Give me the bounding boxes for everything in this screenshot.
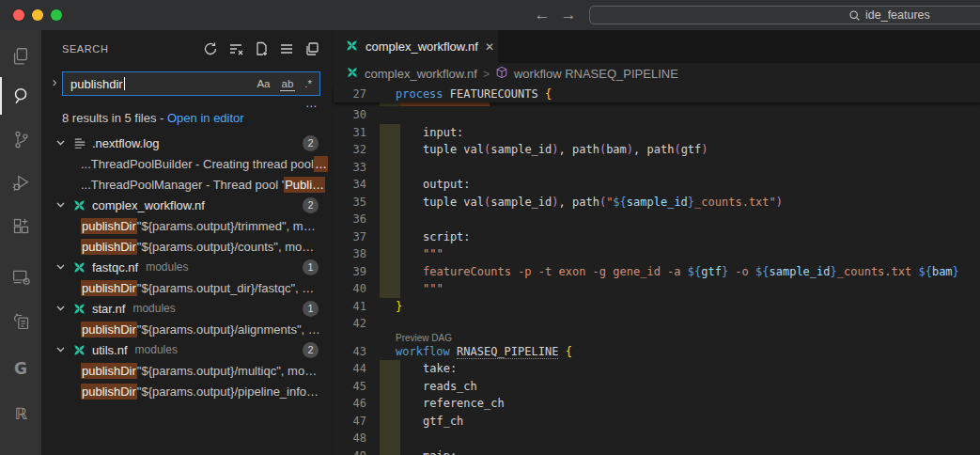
match-count-badge: 2	[303, 197, 319, 213]
activity-item-source-control[interactable]	[0, 120, 41, 158]
navigate-forward-button[interactable]: →	[557, 4, 580, 26]
file-row[interactable]: fastqc.nfmodules1	[41, 257, 334, 277]
match-highlight: …	[314, 156, 328, 172]
code-text: featureCounts -p -t exon -g gene_id -a $…	[423, 265, 959, 278]
scope-highlight-block	[380, 159, 400, 177]
results-summary-text: 8 results in 5 files -	[62, 111, 167, 125]
code-line: 40"""	[334, 280, 980, 298]
chevron-down-icon[interactable]	[54, 260, 67, 274]
scope-highlight-block	[380, 228, 400, 246]
chevron-down-icon[interactable]	[54, 343, 67, 356]
search-results-tree: .nextflow.log2...ThreadPoolBuilder - Cre…	[41, 133, 334, 401]
activity-item-extensions[interactable]	[0, 207, 41, 244]
new-search-editor-icon[interactable]	[253, 40, 270, 57]
code-token: {	[545, 87, 552, 101]
match-highlight: publishDir	[81, 218, 137, 234]
scope-highlight-block	[380, 280, 400, 298]
activity-item-r-language[interactable]: ℝ	[0, 395, 41, 432]
whole-word-toggle[interactable]: ab	[280, 77, 296, 91]
chevron-down-icon[interactable]	[54, 302, 67, 315]
close-tab-icon[interactable]: ✕	[485, 40, 494, 54]
breadcrumb-symbol[interactable]: workflow RNASEQ_PIPELINE	[514, 67, 678, 81]
code-text: """	[423, 247, 443, 260]
codelens-preview-dag[interactable]: Preview DAG	[396, 333, 980, 343]
code-token: """	[423, 247, 443, 260]
close-window-button[interactable]	[13, 9, 24, 21]
activity-item-search[interactable]	[0, 77, 41, 115]
file-row[interactable]: utils.nfmodules2	[41, 339, 334, 360]
match-row[interactable]: publishDir "${params.output_dir}/fastqc"…	[41, 277, 334, 298]
match-row[interactable]: publishDir "${params.output}/trimmed", m…	[41, 215, 334, 236]
line-number: 43	[334, 345, 376, 358]
code-token: gtf_ch	[423, 415, 463, 428]
nextflow-file-icon	[345, 39, 359, 55]
code-token: main:	[423, 449, 457, 455]
code-token: sample_id	[490, 143, 552, 156]
code-token: output:	[423, 178, 471, 191]
breadcrumb-file[interactable]: complex_workflow.nf	[365, 67, 477, 81]
code-text: workflow RNASEQ_PIPELINE {	[396, 345, 572, 358]
code-token: )	[701, 143, 708, 156]
command-center[interactable]: ide_features	[589, 6, 980, 24]
code-token: sample_id	[490, 196, 552, 209]
code-text: main:	[423, 449, 457, 455]
line-number: 41	[334, 300, 376, 313]
scope-highlight-block	[380, 245, 400, 263]
activity-item-run-debug[interactable]	[0, 164, 41, 201]
code-text: reads_ch	[423, 380, 477, 393]
code-text: }	[396, 300, 402, 313]
file-row[interactable]: .nextflow.log2	[41, 133, 334, 153]
match-row[interactable]: publishDir "${params.output}/alignments"…	[41, 319, 334, 339]
line-number: 48	[334, 431, 376, 445]
activity-item-remote-explorer[interactable]	[0, 258, 41, 295]
match-case-toggle[interactable]: Aa	[255, 77, 272, 90]
match-row[interactable]: ...ThreadPoolManager - Thread pool 'Publ…	[41, 174, 334, 195]
collapse-all-icon[interactable]	[303, 40, 320, 57]
code-line: 41}	[334, 298, 980, 316]
code-text: output:	[423, 178, 471, 191]
file-row[interactable]: star.nfmodules1	[41, 298, 334, 319]
panel-title: SEARCH	[62, 43, 108, 55]
breadcrumb: complex_workflow.nf > workflow RNASEQ_PI…	[334, 63, 980, 85]
minimize-window-button[interactable]	[32, 9, 43, 21]
code-line: 34output:	[334, 176, 980, 194]
match-count-badge: 1	[303, 301, 319, 317]
search-icon	[11, 86, 32, 106]
code-token: bam	[606, 143, 627, 156]
toggle-search-details-icon[interactable]: ⋯	[305, 100, 319, 113]
activity-item-snippets[interactable]	[0, 303, 41, 340]
open-in-editor-link[interactable]: Open in editor	[167, 111, 244, 125]
match-row[interactable]: publishDir "${params.output}/multiqc", m…	[41, 360, 334, 381]
match-row[interactable]: ...ThreadPoolBuilder - Creating thread p…	[41, 153, 334, 174]
code-token: )	[627, 143, 633, 156]
file-row[interactable]: complex_workflow.nf2	[41, 195, 334, 215]
match-row[interactable]: publishDir "${params.output}/counts", mo…	[41, 236, 334, 257]
scope-highlight-block	[380, 194, 400, 212]
search-input[interactable]: publishdir Aa ab .*	[62, 71, 320, 96]
regex-toggle[interactable]: .*	[303, 77, 314, 90]
code-text: gtf_ch	[423, 415, 463, 428]
code-token: script:	[423, 230, 471, 243]
activity-item-gitlens[interactable]: G	[0, 350, 41, 387]
clear-search-results-icon[interactable]	[227, 40, 244, 57]
activity-item-cloud[interactable]	[0, 440, 41, 455]
tab-complex-workflow[interactable]: complex_workflow.nf ✕	[334, 30, 498, 63]
activity-item-explorer[interactable]	[0, 38, 41, 75]
code-line: 32tuple val(sample_id), path(bam), path(…	[334, 141, 980, 159]
toggle-replace-chevron-icon[interactable]: ›	[49, 73, 60, 89]
code-token: _counts.txt"	[694, 196, 776, 209]
sticky-scroll-line[interactable]: 27process FEATURECOUNTS {	[334, 85, 980, 102]
code-text: tuple val(sample_id), path("${sample_id}…	[423, 196, 783, 209]
line-number: 33	[334, 161, 376, 174]
match-count-badge: 2	[303, 342, 319, 358]
refresh-icon[interactable]	[202, 40, 219, 57]
match-text: "${params.output}/alignments", …	[137, 322, 320, 337]
chevron-down-icon[interactable]	[54, 136, 67, 149]
code-area[interactable]: 27process FEATURECOUNTS { 3031input:32tu…	[334, 85, 980, 455]
code-token: (	[674, 143, 680, 156]
chevron-down-icon[interactable]	[54, 198, 67, 212]
match-row[interactable]: publishDir "${params.output}/pipeline_in…	[41, 381, 334, 401]
navigate-back-button[interactable]: ←	[531, 4, 553, 26]
maximize-window-button[interactable]	[51, 9, 62, 21]
view-as-list-icon[interactable]	[278, 40, 295, 57]
